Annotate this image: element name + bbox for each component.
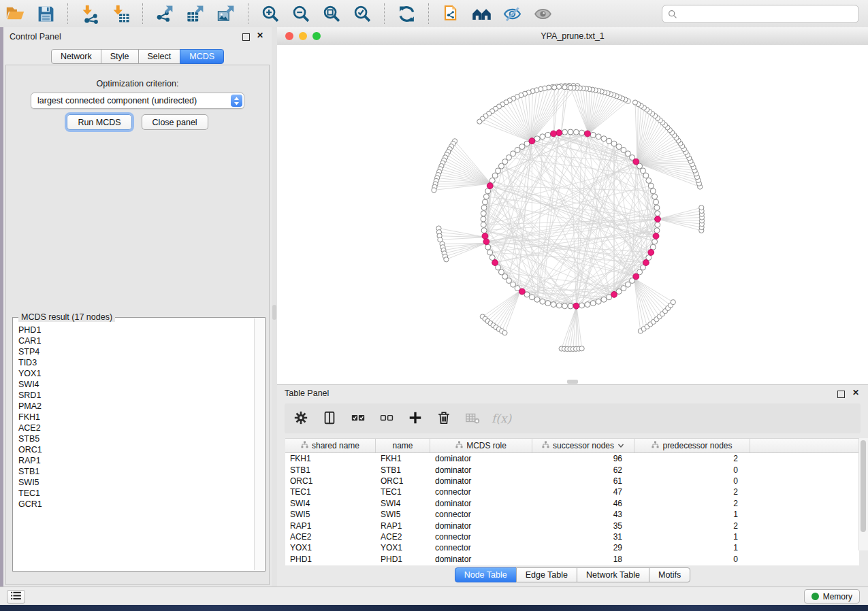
import-table-button[interactable] (107, 2, 134, 25)
cell-name[interactable]: RAP1 (376, 521, 430, 531)
cell-name[interactable]: ACE2 (376, 532, 430, 542)
cell-name[interactable]: TEC1 (376, 487, 430, 497)
run-mcds-button[interactable]: Run MCDS (67, 114, 131, 130)
hide-selected-button[interactable] (498, 2, 526, 25)
cell-shared_name[interactable]: SWI5 (285, 510, 376, 519)
search-box[interactable] (662, 5, 859, 23)
search-input[interactable] (677, 10, 858, 19)
close-icon[interactable]: ✕ (852, 388, 859, 397)
cell-role[interactable]: connector (430, 532, 532, 542)
network-graph[interactable] (277, 45, 868, 384)
first-neighbors-button[interactable] (468, 2, 495, 25)
cell-shared_name[interactable]: ACE2 (285, 532, 376, 542)
cell-shared_name[interactable]: RAP1 (285, 521, 376, 531)
cell-successors[interactable]: 18 (532, 555, 634, 564)
tab-edge-table[interactable]: Edge Table (516, 567, 577, 582)
mcds-result-item[interactable]: CAR1 (18, 335, 255, 346)
cell-successors[interactable]: 46 (532, 499, 634, 508)
cell-name[interactable]: SWI5 (376, 510, 430, 519)
cell-role[interactable]: dominator (430, 521, 532, 531)
cell-successors[interactable]: 47 (532, 487, 634, 497)
zoom-fit-button[interactable] (318, 2, 345, 25)
mcds-result-item[interactable]: STP4 (18, 346, 255, 357)
cell-name[interactable]: FKH1 (376, 454, 430, 463)
cell-successors[interactable]: 29 (532, 543, 634, 552)
canvas-splitter-grip[interactable] (567, 380, 578, 384)
network-from-file-button[interactable] (437, 2, 464, 25)
cell-successors[interactable]: 96 (532, 454, 634, 463)
cell-role[interactable]: dominator (430, 555, 532, 564)
cell-name[interactable]: PHD1 (376, 555, 430, 564)
tab-network[interactable]: Network (51, 49, 101, 64)
add-row-button[interactable] (406, 408, 425, 429)
cell-predecessors[interactable]: 1 (634, 543, 750, 552)
column-header-name[interactable]: name (376, 439, 430, 452)
show-all-button[interactable] (529, 2, 556, 25)
close-icon[interactable]: ✕ (257, 31, 263, 40)
mcds-result-item[interactable]: FKH1 (18, 412, 255, 423)
tab-select[interactable]: Select (138, 49, 181, 64)
cell-name[interactable]: SWI4 (376, 499, 430, 508)
table-row[interactable]: FKH1FKH1dominator962 (285, 453, 859, 464)
settings-button[interactable] (291, 408, 310, 429)
splitter-grip[interactable] (272, 305, 276, 320)
mcds-result-item[interactable]: GCR1 (18, 499, 255, 510)
refresh-button[interactable] (393, 2, 420, 25)
cell-successors[interactable]: 35 (532, 521, 634, 531)
cell-predecessors[interactable]: 2 (634, 454, 750, 463)
mcds-result-item[interactable]: PMA2 (18, 401, 255, 412)
result-list-scrollbar[interactable] (254, 318, 264, 570)
mcds-result-item[interactable]: PHD1 (18, 325, 255, 335)
cell-predecessors[interactable]: 2 (634, 487, 750, 497)
export-image-button[interactable] (212, 2, 240, 25)
cell-shared_name[interactable]: YOX1 (285, 543, 376, 552)
tab-mcds[interactable]: MCDS (180, 49, 224, 64)
criterion-dropdown[interactable]: largest connected component (undirected) (31, 93, 244, 109)
mcds-result-item[interactable]: SRD1 (18, 390, 255, 401)
cell-successors[interactable]: 62 (532, 465, 634, 475)
mcds-result-item[interactable]: ACE2 (18, 423, 255, 433)
mcds-result-item[interactable]: TID3 (18, 357, 255, 368)
cell-shared_name[interactable]: FKH1 (285, 454, 376, 463)
tab-style[interactable]: Style (101, 49, 139, 64)
mcds-result-item[interactable]: TEC1 (18, 488, 255, 499)
network-canvas[interactable] (277, 45, 868, 384)
cell-role[interactable]: connector (430, 510, 532, 519)
delete-row-button[interactable] (434, 408, 453, 429)
memory-button[interactable]: Memory (804, 589, 860, 604)
table-row[interactable]: YOX1YOX1connector291 (285, 542, 859, 553)
cell-shared_name[interactable]: ORC1 (285, 476, 376, 486)
cell-successors[interactable]: 43 (532, 510, 634, 519)
cell-predecessors[interactable]: 0 (634, 465, 750, 475)
cell-successors[interactable]: 31 (532, 532, 634, 542)
mcds-result-item[interactable]: YOX1 (18, 368, 255, 379)
cell-predecessors[interactable]: 0 (634, 476, 750, 486)
zoom-out-button[interactable] (287, 2, 315, 25)
close-panel-button[interactable]: Close panel (142, 114, 208, 130)
mcds-result-item[interactable]: ORC1 (18, 444, 255, 455)
table-row[interactable]: STB1STB1dominator620 (285, 464, 859, 475)
table-row[interactable]: ACE2ACE2connector311 (285, 531, 859, 542)
tab-network-table[interactable]: Network Table (577, 567, 649, 582)
export-network-button[interactable] (151, 2, 178, 25)
cell-shared_name[interactable]: TEC1 (285, 487, 376, 497)
column-header-predecessor-nodes[interactable]: predecessor nodes (634, 439, 750, 452)
column-header-successor-nodes[interactable]: successor nodes (532, 439, 634, 452)
vertical-splitter[interactable] (272, 27, 277, 587)
mcds-result-item[interactable]: STB1 (18, 466, 255, 477)
column-header-shared-name[interactable]: shared name (285, 439, 376, 452)
zoom-in-button[interactable] (257, 2, 284, 25)
cell-name[interactable]: STB1 (376, 465, 430, 475)
cell-role[interactable]: connector (430, 487, 532, 497)
cell-shared_name[interactable]: PHD1 (285, 555, 376, 564)
import-network-button[interactable] (76, 2, 103, 25)
cell-successors[interactable]: 61 (532, 476, 634, 486)
cell-shared_name[interactable]: SWI4 (285, 499, 376, 508)
select-all-button[interactable] (349, 408, 368, 429)
tab-node-table[interactable]: Node Table (455, 567, 517, 582)
cell-predecessors[interactable]: 2 (634, 499, 750, 508)
table-scrollbar[interactable] (858, 438, 868, 550)
float-icon[interactable] (837, 391, 845, 398)
cell-role[interactable]: connector (430, 543, 532, 552)
zoom-selected-button[interactable] (349, 2, 376, 25)
